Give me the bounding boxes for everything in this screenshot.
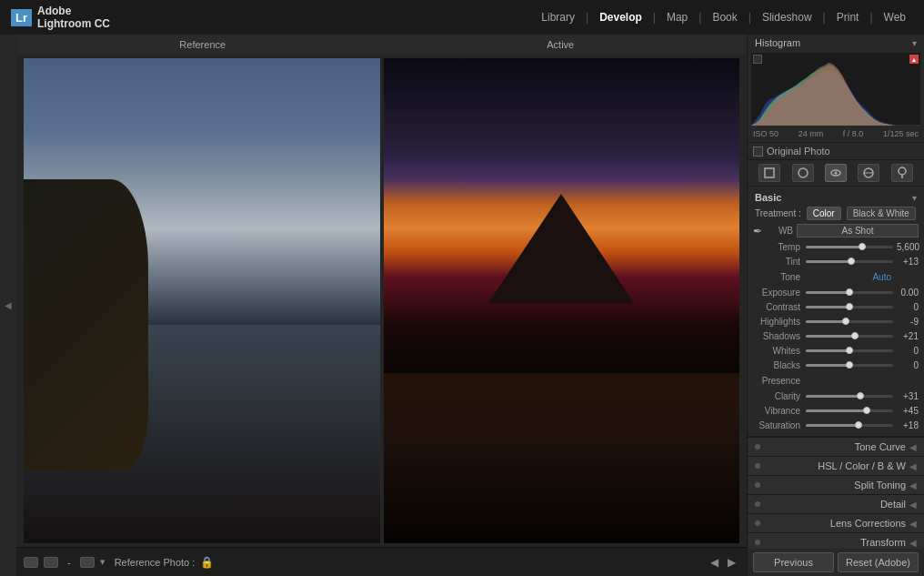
treatment-bw-btn[interactable]: Black & White [847,207,916,220]
tone-curve-header[interactable]: Tone Curve ◀ [748,437,924,456]
clarity-row: Clarity +31 [748,389,924,403]
vibrance-label: Vibrance [753,406,806,416]
whites-label: Whites [753,346,806,356]
bottom-bar: - ▾ Reference Photo : 🔒 ◀ ▶ [16,547,747,576]
nav-book[interactable]: Book [705,7,744,27]
shadows-slider[interactable] [806,335,893,338]
nav-print[interactable]: Print [829,7,867,27]
clarity-label: Clarity [753,391,806,401]
histogram-expand-icon[interactable]: ▾ [912,38,917,48]
clipping-warning-right[interactable]: ▲ [909,55,919,64]
shadows-row: Shadows +21 [748,328,924,343]
wb-label: WB [766,226,793,236]
histogram-header: Histogram ▾ [748,35,924,51]
temp-value: 5,600 [893,242,919,252]
nav-library[interactable]: Library [534,7,582,27]
histogram-graph: ▲ [751,53,920,126]
bottom-nav-arrows: ◀ ▶ [707,554,739,571]
detail-dot [755,501,760,507]
red-eye-tool[interactable] [825,164,847,182]
reference-photo [24,58,380,543]
presence-header-row: Presence [748,372,924,389]
transform-header[interactable]: Transform ◀ [748,532,924,549]
treatment-label: Treatment : [755,208,801,218]
wb-selector[interactable]: As Shot [797,224,919,237]
nav-web[interactable]: Web [877,7,913,27]
vibrance-slider[interactable] [806,409,893,412]
blacks-slider[interactable] [806,364,893,367]
whites-row: Whites 0 [748,343,924,358]
reference-label: Reference [24,39,382,50]
presence-label: Presence [753,376,806,386]
left-panel-arrow-icon: ◀ [5,300,12,310]
nav-map[interactable]: Map [659,7,695,27]
saturation-label: Saturation [753,420,806,430]
saturation-value: +18 [893,420,919,430]
contrast-label: Contrast [753,302,806,312]
prev-arrow-icon[interactable]: ◀ [707,554,722,571]
active-photo-panel[interactable] [384,58,740,543]
basic-arrow-icon: ▾ [912,193,917,203]
blacks-row: Blacks 0 [748,358,924,372]
graduated-filter-tool[interactable] [858,164,879,182]
nav-slideshow[interactable]: Slideshow [755,7,819,27]
previous-button[interactable]: Previous [753,552,834,572]
tone-auto[interactable]: Auto [806,272,919,282]
reference-photo-panel[interactable] [24,58,380,543]
svg-point-7 [899,167,906,175]
center-area: Reference Active - ▾ Reference Photo : 🔒 [16,35,747,576]
whites-value: 0 [893,346,919,356]
clipping-warning-left[interactable] [753,55,762,64]
lens-corrections-dot [755,520,760,526]
highlights-slider[interactable] [806,320,893,323]
tone-curve-title: Tone Curve [766,441,906,452]
svg-point-4 [834,172,837,175]
spot-removal-tool[interactable] [792,164,814,182]
crop-tool[interactable] [758,164,780,182]
grid-icon [44,557,58,568]
bottom-action-bar: Previous Reset (Adobe) [748,549,924,576]
tint-slider[interactable] [806,260,893,263]
contrast-value: 0 [893,302,919,312]
main-content: ◀ Reference Active - [0,35,924,576]
reset-button[interactable]: Reset (Adobe) [838,552,919,572]
lens-corrections-header[interactable]: Lens Corrections ◀ [748,513,924,532]
lr-logo-box: Lr [11,9,32,26]
hsl-header[interactable]: HSL / Color / B & W ◀ [748,456,924,475]
eyedropper-icon[interactable]: ✒ [753,225,762,237]
tint-row: Tint +13 [748,254,924,268]
exposure-slider[interactable] [806,291,893,294]
active-photo [384,58,740,543]
blacks-label: Blacks [753,360,806,370]
bottom-dot: ▾ [100,556,105,568]
tone-curve-arrow-icon: ◀ [909,442,917,452]
left-panel-toggle[interactable]: ◀ [0,35,16,576]
vibrance-row: Vibrance +45 [748,403,924,418]
adjustment-brush-tool[interactable] [891,164,913,182]
meta-iso: ISO 50 [753,129,778,138]
contrast-slider[interactable] [806,306,893,308]
app-logo: Lr Adobe Lightroom CC [11,5,110,31]
highlights-row: Highlights -9 [748,314,924,328]
tone-header-row: Tone Auto [748,268,924,285]
basic-panel-header[interactable]: Basic ▾ [748,190,924,205]
detail-header[interactable]: Detail ◀ [748,494,924,513]
top-nav: Lr Adobe Lightroom CC Library | Develop … [0,0,924,35]
treatment-color-btn[interactable]: Color [807,207,841,220]
saturation-slider[interactable] [806,424,893,427]
nav-develop[interactable]: Develop [592,7,649,27]
lock-icon[interactable]: 🔒 [200,556,214,569]
split-toning-dot [755,482,760,488]
split-toning-header[interactable]: Split Toning ◀ [748,475,924,494]
original-photo-checkbox[interactable] [753,147,763,157]
next-arrow-icon[interactable]: ▶ [724,554,739,571]
original-photo-row: Original Photo [748,143,924,160]
photos-container [16,55,747,547]
whites-slider[interactable] [806,349,893,352]
temp-slider[interactable] [806,246,893,248]
exposure-row: Exposure 0.00 [748,285,924,299]
hsl-dot [755,463,760,469]
temp-label: Temp [753,242,806,252]
clarity-slider[interactable] [806,395,893,398]
histogram-title: Histogram [755,37,800,48]
